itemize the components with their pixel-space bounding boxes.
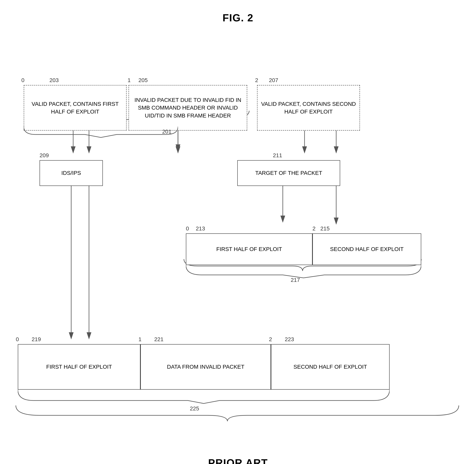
label-223: 223 [285,336,294,343]
box-223: SECOND HALF OF EXPLOIT [271,344,390,390]
box-207: VALID PACKET, CONTAINS SECOND HALF OF EX… [257,85,360,131]
label-1-bot: 1 [138,336,142,343]
label-0-mid: 0 [186,225,189,232]
label-221: 221 [154,336,163,343]
label-217: 217 [291,277,300,283]
label-0-bot: 0 [16,336,19,343]
box-211: TARGET OF THE PACKET [237,160,340,186]
label-211: 211 [273,152,282,159]
label-2-mid: 2 [313,225,316,232]
label-207: 207 [269,77,278,83]
page-title: FIG. 2 [0,0,476,24]
box-213: FIRST HALF OF EXPLOIT [186,233,313,265]
label-2-bot: 2 [269,336,272,343]
label-0-top: 0 [21,77,25,83]
label-1-top: 1 [128,77,131,83]
box-203: VALID PACKET, CONTAINS FIRST HALF OF EXP… [24,85,127,131]
label-219: 219 [32,336,41,343]
box-215: SECOND HALF OF EXPLOIT [313,233,421,265]
box-209: IDS/IPS [39,160,103,186]
label-2-top: 2 [255,77,258,83]
box-221: DATA FROM INVALID PACKET [140,344,271,390]
bottom-label: PRIOR ART [0,451,476,464]
label-213: 213 [196,225,205,232]
label-205: 205 [138,77,148,83]
box-219: FIRST HALF OF EXPLOIT [18,344,140,390]
label-225: 225 [190,406,199,412]
label-203: 203 [49,77,59,83]
box-205: INVALID PACKET DUE TO INVALID FID IN SMB… [129,85,247,131]
label-215: 215 [320,225,330,232]
label-209: 209 [39,152,49,159]
